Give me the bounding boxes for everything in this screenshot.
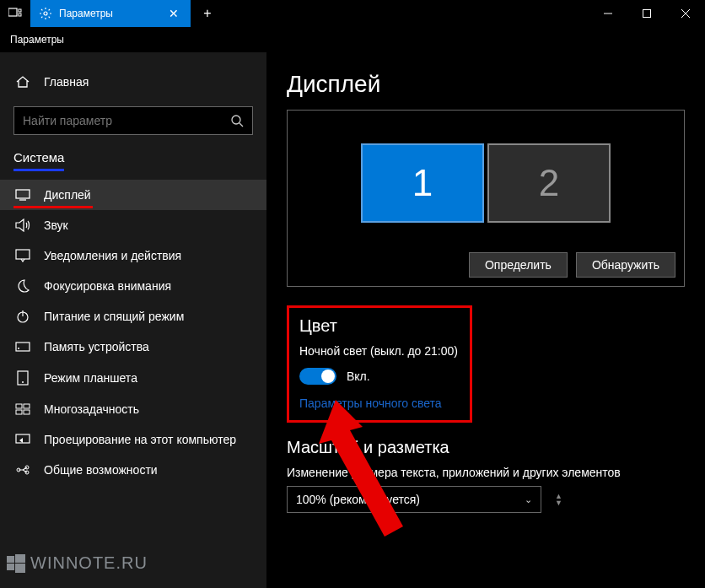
sidebar-item-tablet[interactable]: Режим планшета [0,362,266,394]
sidebar-item-label: Звук [44,218,68,232]
sidebar-item-shared[interactable]: Общие возможности [0,455,266,485]
sidebar-item-storage[interactable]: Память устройства [0,332,266,362]
multitask-icon [15,403,30,415]
annotation-underline [13,206,93,208]
search-box[interactable] [13,106,253,135]
storage-icon [15,342,30,352]
sidebar-item-focus[interactable]: Фокусировка внимания [0,271,266,301]
monitor-2[interactable]: 2 [487,143,611,223]
sidebar-item-notifications[interactable]: Уведомления и действия [0,240,266,271]
svg-rect-12 [16,250,30,259]
taskview-icon[interactable] [0,0,30,27]
svg-rect-0 [8,8,17,16]
toggle-state-label: Вкл. [347,370,370,383]
tablet-icon [15,370,30,386]
svg-rect-31 [15,564,25,573]
svg-line-9 [239,123,243,127]
sidebar-item-label: Дисплей [44,188,91,202]
sidebar-item-label: Режим планшета [44,371,137,385]
sidebar-item-label: Память устройства [44,340,149,353]
nightlight-toggle[interactable] [299,368,336,385]
titlebar: Параметры ✕ + [0,0,705,27]
sidebar-home-label: Главная [44,75,89,89]
sidebar-item-projecting[interactable]: Проецирование на этот компьютер [0,424,266,455]
sidebar: Главная Система Дисплей Звук Уве [0,52,266,588]
home-icon [15,74,30,89]
sidebar-item-display[interactable]: Дисплей [0,180,266,210]
display-icon [15,189,30,201]
tab-label: Параметры [59,8,159,19]
close-tab-button[interactable]: ✕ [165,7,182,20]
detect-button[interactable]: Обнаружить [576,252,675,278]
sidebar-item-label: Общие возможности [44,463,158,477]
svg-point-8 [232,116,240,124]
notifications-icon [15,249,30,262]
sidebar-nav: Дисплей Звук Уведомления и действия Фоку… [0,180,266,485]
project-icon [15,434,30,445]
svg-point-16 [18,348,19,349]
svg-point-18 [22,381,24,383]
sidebar-item-label: Уведомления и действия [44,249,181,262]
svg-rect-5 [643,10,651,18]
nightlight-settings-link[interactable]: Параметры ночного света [299,396,460,410]
sidebar-item-label: Многозадачность [44,402,139,416]
page-title: Дисплей [287,71,685,98]
chevron-down-icon: ⌄ [525,494,532,505]
watermark: WINNOTE.RU [7,553,148,573]
svg-rect-10 [16,190,30,198]
nightlight-label: Ночной свет (выкл. до 21:00) [299,344,460,358]
monitor-1[interactable]: 1 [361,143,484,223]
sidebar-item-sound[interactable]: Звук [0,210,266,240]
sidebar-item-multitask[interactable]: Многозадачность [0,394,266,424]
scale-value: 100% (рекомендуется) [296,493,420,506]
close-window-button[interactable] [666,0,705,27]
scale-heading: Масштаб и разметка [287,438,685,457]
sidebar-home[interactable]: Главная [0,66,266,98]
scale-select[interactable]: 100% (рекомендуется) ⌄ [287,486,541,513]
svg-rect-22 [24,410,30,414]
sidebar-item-power[interactable]: Питание и спящий режим [0,301,266,332]
search-input[interactable] [23,114,230,127]
svg-rect-21 [16,410,22,414]
minimize-button[interactable] [589,0,627,27]
sidebar-item-label: Питание и спящий режим [44,310,184,323]
sound-icon [15,218,30,232]
scroll-indicator-icon: ▲▼ [555,493,562,506]
scale-section: Масштаб и разметка Изменение размера тек… [287,438,685,513]
scale-description: Изменение размера текста, приложений и д… [287,466,685,479]
svg-rect-19 [16,404,22,408]
moon-icon [15,279,30,293]
color-heading: Цвет [299,316,460,336]
sidebar-item-label: Фокусировка внимания [44,279,171,293]
shared-icon [15,463,30,477]
annotation-underline [13,169,64,171]
svg-rect-20 [24,404,30,408]
monitor-arrangement: 1 2 Определить Обнаружить [287,110,685,287]
breadcrumb: Параметры [0,27,705,52]
new-tab-button[interactable]: + [191,0,224,27]
svg-rect-2 [19,13,21,16]
search-icon [230,114,244,127]
identify-button[interactable]: Определить [469,252,568,278]
svg-point-3 [44,12,47,15]
active-tab[interactable]: Параметры ✕ [30,0,191,27]
power-icon [15,310,30,323]
sidebar-category: Система [0,150,266,170]
gear-icon [39,7,52,20]
maximize-button[interactable] [627,0,666,27]
svg-rect-29 [15,554,25,563]
svg-rect-30 [7,564,14,570]
content: Дисплей 1 2 Определить Обнаружить Цвет Н… [266,52,705,588]
svg-rect-1 [19,9,21,12]
sidebar-item-label: Проецирование на этот компьютер [44,433,236,446]
svg-rect-28 [7,556,14,563]
windows-logo-icon [7,554,25,573]
color-section: Цвет Ночной свет (выкл. до 21:00) Вкл. П… [287,305,472,423]
svg-rect-15 [16,343,30,351]
